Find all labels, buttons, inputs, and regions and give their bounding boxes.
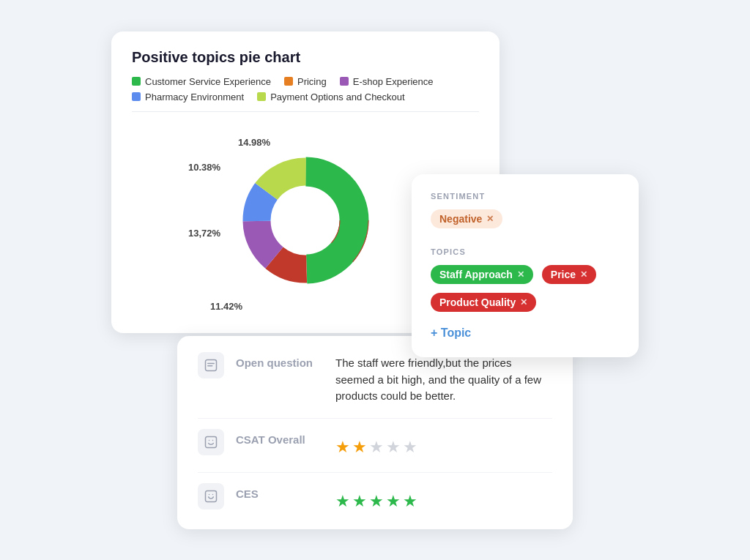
ces-star-3: ★ bbox=[369, 489, 384, 513]
ces-star-4: ★ bbox=[386, 489, 401, 513]
sentiment-section-label: SENTIMENT bbox=[431, 192, 620, 201]
pct-eshop: 13,72% bbox=[188, 228, 220, 239]
pie-chart-title: Positive topics pie chart bbox=[132, 49, 479, 66]
csat-stars-row: ★ ★ ★ ★ ★ bbox=[335, 432, 552, 459]
topics-section-label: TOPICS bbox=[431, 247, 620, 256]
ces-label: CES bbox=[236, 483, 324, 500]
topic-quality-close[interactable]: ✕ bbox=[520, 297, 527, 307]
star-5: ★ bbox=[403, 435, 417, 459]
legend-dot-customer-service bbox=[132, 77, 141, 86]
ces-star-2: ★ bbox=[352, 489, 367, 513]
legend-label-payment: Payment Options and Checkout bbox=[270, 92, 405, 102]
donut-chart bbox=[236, 151, 375, 290]
topic-price-label: Price bbox=[551, 269, 576, 280]
topic-staff[interactable]: Staff Approach ✕ bbox=[431, 265, 533, 284]
open-question-icon bbox=[198, 352, 224, 378]
topic-price-close[interactable]: ✕ bbox=[580, 269, 587, 280]
negative-tag[interactable]: Negative ✕ bbox=[431, 209, 502, 228]
pct-pricing: 11.42% bbox=[210, 301, 242, 312]
topic-staff-close[interactable]: ✕ bbox=[517, 269, 524, 280]
topic-price[interactable]: Price ✕ bbox=[542, 265, 596, 284]
legend-label-pricing: Pricing bbox=[297, 76, 327, 87]
legend-item-pharmacy: Pharmacy Environment bbox=[132, 92, 244, 102]
open-question-text: The staff were friendly,but the prices s… bbox=[335, 352, 552, 405]
csat-icon bbox=[198, 429, 224, 455]
star-2: ★ bbox=[352, 435, 367, 459]
legend-item-pricing: Pricing bbox=[284, 76, 327, 87]
topic-quality-label: Product Quality bbox=[439, 296, 516, 308]
legend-dot-payment bbox=[257, 92, 266, 101]
legend-item-customer-service: Customer Service Experience bbox=[132, 76, 271, 87]
ces-star-1: ★ bbox=[335, 489, 350, 513]
negative-label: Negative bbox=[439, 213, 482, 225]
divider-1 bbox=[198, 418, 552, 419]
divider-2 bbox=[198, 472, 552, 473]
legend-dot-pricing bbox=[284, 77, 293, 86]
star-4: ★ bbox=[386, 435, 401, 459]
add-topic-button[interactable]: + Topic bbox=[431, 326, 620, 340]
topics-row: Staff Approach ✕ Price ✕ Product Quality… bbox=[431, 265, 620, 316]
negative-close-icon[interactable]: ✕ bbox=[486, 214, 494, 224]
legend-label-pharmacy: Pharmacy Environment bbox=[145, 92, 244, 102]
open-question-row: Open question The staff were friendly,bu… bbox=[198, 352, 552, 405]
csat-stars: ★ ★ ★ ★ ★ bbox=[335, 429, 552, 459]
star-1: ★ bbox=[335, 435, 350, 459]
legend-item-payment: Payment Options and Checkout bbox=[257, 92, 405, 102]
legend-dot-eshop bbox=[340, 77, 349, 86]
ces-star-5: ★ bbox=[403, 489, 417, 513]
pct-payment: 14.98% bbox=[238, 137, 270, 148]
pie-legend: Customer Service ExperiencePricingE-shop… bbox=[132, 76, 479, 112]
topic-quality[interactable]: Product Quality ✕ bbox=[431, 293, 536, 312]
legend-label-customer-service: Customer Service Experience bbox=[145, 76, 271, 87]
svg-rect-11 bbox=[206, 490, 217, 501]
legend-item-eshop: E-shop Experience bbox=[340, 76, 434, 87]
svg-rect-8 bbox=[206, 436, 217, 447]
donut-center bbox=[272, 187, 338, 253]
pct-pharmacy: 10.38% bbox=[188, 162, 220, 173]
legend-dot-pharmacy bbox=[132, 92, 141, 101]
csat-label: CSAT Overall bbox=[236, 429, 324, 446]
bottom-card: Open question The staff were friendly,bu… bbox=[177, 336, 573, 529]
open-question-label: Open question bbox=[236, 352, 324, 369]
topic-staff-label: Staff Approach bbox=[439, 269, 513, 280]
sentiment-card: SENTIMENT Negative ✕ TOPICS Staff Approa… bbox=[412, 174, 639, 357]
star-3: ★ bbox=[369, 435, 384, 459]
legend-label-eshop: E-shop Experience bbox=[353, 76, 434, 87]
ces-stars: ★ ★ ★ ★ ★ bbox=[335, 483, 552, 513]
csat-row: CSAT Overall ★ ★ ★ ★ ★ bbox=[198, 429, 552, 459]
ces-row: CES ★ ★ ★ ★ ★ bbox=[198, 483, 552, 513]
ces-stars-row: ★ ★ ★ ★ ★ bbox=[335, 486, 552, 513]
svg-rect-5 bbox=[206, 360, 217, 371]
ces-icon bbox=[198, 483, 224, 509]
